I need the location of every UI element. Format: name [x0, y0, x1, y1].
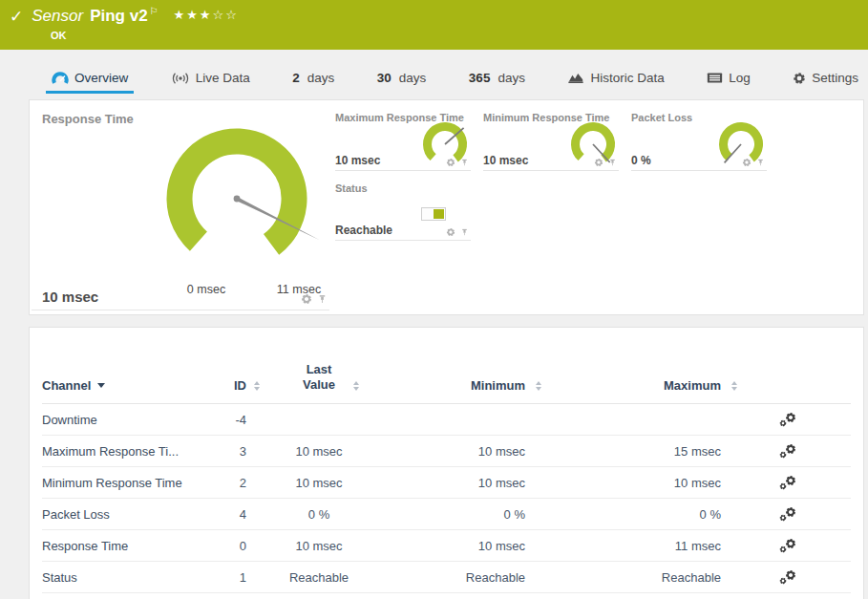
gear-icon[interactable]: [301, 293, 312, 305]
column-header-last-value[interactable]: Last Value: [252, 362, 386, 393]
channel-id-cell: 0: [204, 539, 252, 553]
channel-settings-gears-icon[interactable]: [779, 412, 796, 427]
channel-minimum-cell: 10 msec: [386, 476, 529, 490]
status-ok-check-icon: ✓: [10, 7, 23, 27]
channel-name-cell[interactable]: Downtime: [42, 413, 204, 427]
table-row: Status 1 Reachable Reachable Reachable: [42, 562, 851, 593]
broadcast-icon: [171, 72, 190, 85]
gauge-value: 10 msec: [335, 154, 380, 167]
status-block: Status Reachable: [335, 182, 471, 241]
column-header-channel[interactable]: Channel: [42, 378, 204, 393]
tab-live-data[interactable]: Live Data: [165, 71, 256, 94]
channel-name-cell[interactable]: Packet Loss: [42, 507, 204, 522]
gear-icon[interactable]: [446, 158, 455, 167]
channel-settings-gears-icon[interactable]: [779, 443, 796, 459]
channel-minimum-cell: 10 msec: [386, 539, 529, 553]
gear-icon[interactable]: [446, 227, 455, 237]
response-time-gauge: [156, 118, 318, 280]
channel-last-value-cell: 10 msec: [252, 476, 386, 490]
list-icon: [707, 72, 723, 84]
column-header-maximum[interactable]: Maximum: [529, 378, 725, 393]
channel-settings-gears-icon[interactable]: [779, 569, 796, 585]
chart-mountain-icon: [567, 72, 584, 84]
priority-star-rating[interactable]: ★★★☆☆: [174, 8, 239, 22]
channel-name-cell[interactable]: Minimum Response Time: [42, 476, 204, 490]
channel-name-cell[interactable]: Response Time: [42, 539, 204, 553]
channel-last-value-cell: 10 msec: [252, 444, 386, 459]
table-header-row: Channel ID Last Value Minimum: [42, 362, 851, 404]
column-header-id[interactable]: ID: [204, 378, 252, 393]
channels-panel: Channel ID Last Value Minimum: [29, 327, 864, 599]
channel-settings-gears-icon[interactable]: [779, 475, 796, 490]
table-row: Minimum Response Time 2 10 msec 10 msec …: [42, 467, 851, 499]
minimum-response-time-block: Minimum Response Time 10 msec: [483, 112, 619, 171]
prtg-sensor-page: ✓ Sensor Ping v2⚐ ★★★☆☆ OK Overview Live…: [0, 0, 868, 599]
sensor-status-text: OK: [51, 30, 67, 41]
sensor-header: ✓ Sensor Ping v2⚐ ★★★☆☆ OK: [0, 0, 868, 50]
channel-last-value-cell: Reachable: [252, 570, 386, 585]
sort-icon: [254, 381, 260, 391]
gauge-scale-min: 0 msec: [173, 283, 240, 296]
channel-id-cell: 4: [204, 507, 252, 522]
gear-icon: [793, 72, 806, 85]
sensor-type-label: Sensor: [32, 7, 83, 26]
gear-icon[interactable]: [594, 158, 603, 167]
table-row: Downtime -4: [42, 404, 851, 436]
channel-name-cell[interactable]: Maximum Response Ti...: [42, 444, 204, 459]
sort-descending-icon: [97, 383, 105, 388]
flag-icon[interactable]: ⚐: [150, 6, 159, 16]
pin-icon[interactable]: [460, 227, 469, 237]
table-row: Maximum Response Ti... 3 10 msec 10 msec…: [42, 436, 851, 467]
pin-icon[interactable]: [756, 158, 765, 167]
channel-maximum-cell: 11 msec: [529, 539, 725, 553]
table-body: Downtime -4 Maxi: [42, 404, 851, 593]
gear-icon[interactable]: [742, 158, 752, 167]
channel-id-cell: 2: [204, 476, 252, 490]
channel-maximum-cell: 0 %: [529, 507, 725, 522]
pin-icon[interactable]: [317, 293, 328, 305]
channel-settings-gears-icon[interactable]: [779, 506, 796, 522]
channel-name-cell[interactable]: Status: [42, 570, 204, 585]
channel-maximum-cell: 10 msec: [529, 476, 725, 490]
tab-historic-data[interactable]: Historic Data: [561, 71, 669, 94]
channel-last-value-cell: 0 %: [252, 507, 386, 522]
channel-id-cell: 3: [204, 444, 252, 459]
tab-settings[interactable]: Settings: [787, 71, 864, 94]
maximum-response-time-block: Maximum Response Time 10 msec: [335, 112, 471, 171]
status-toggle-indicator: [421, 207, 446, 221]
gauge-value: 10 msec: [483, 154, 528, 167]
channel-maximum-cell: Reachable: [529, 570, 725, 585]
gauge-value: 0 %: [631, 154, 651, 167]
pin-icon[interactable]: [460, 158, 469, 167]
gauge-title: Response Time: [42, 112, 134, 126]
sort-icon: [353, 381, 359, 391]
table-row: Response Time 0 10 msec 10 msec 11 msec: [42, 530, 851, 562]
column-header-minimum[interactable]: Minimum: [386, 378, 529, 393]
pin-icon[interactable]: [608, 158, 617, 167]
channel-id-cell: 1: [204, 570, 252, 585]
table-row: Packet Loss 4 0 % 0 % 0 %: [42, 499, 851, 530]
channel-minimum-cell: 0 %: [386, 507, 529, 522]
gauge-value: 10 msec: [42, 289, 98, 305]
gauge-title: Status: [335, 182, 471, 194]
packet-loss-block: Packet Loss 0 %: [631, 112, 767, 171]
gauges-panel: Response Time 0 msec 11 msec 10 msec Max…: [29, 99, 864, 315]
sort-icon: [731, 381, 737, 391]
gauge-icon: [52, 72, 69, 85]
channel-minimum-cell: Reachable: [386, 570, 529, 585]
channel-minimum-cell: 10 msec: [386, 444, 529, 459]
channel-settings-gears-icon[interactable]: [779, 538, 796, 553]
channel-maximum-cell: 15 msec: [529, 444, 725, 459]
tab-overview[interactable]: Overview: [46, 71, 134, 94]
gauge-value: Reachable: [335, 224, 392, 237]
channel-id-cell: -4: [204, 413, 252, 427]
tab-bar: Overview Live Data 2 days 30 days 365 da…: [38, 59, 864, 94]
sensor-title: Ping v2⚐: [90, 6, 158, 26]
response-time-gauge-block: Response Time 0 msec 11 msec 10 msec: [30, 100, 331, 314]
channel-last-value-cell: 10 msec: [252, 539, 386, 553]
tab-log[interactable]: Log: [701, 71, 756, 94]
tab-2-days[interactable]: 2 days: [286, 71, 340, 94]
tab-30-days[interactable]: 30 days: [371, 71, 433, 94]
tab-365-days[interactable]: 365 days: [463, 71, 531, 94]
